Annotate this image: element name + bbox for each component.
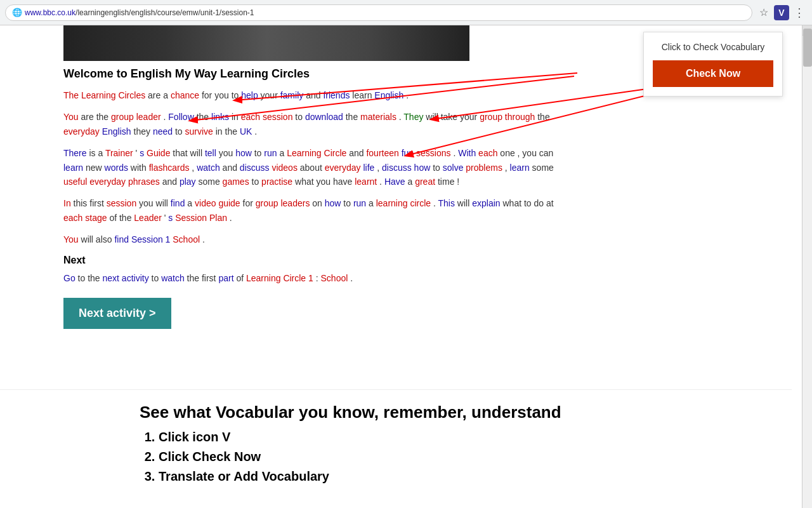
link-download[interactable]: download bbox=[305, 112, 343, 122]
link-this[interactable]: This bbox=[438, 198, 455, 208]
link-the[interactable]: The bbox=[63, 90, 79, 100]
link-stage[interactable]: stage bbox=[85, 213, 107, 223]
link-how-2[interactable]: how bbox=[414, 163, 431, 173]
link-english-2[interactable]: English bbox=[102, 126, 131, 137]
link-they[interactable]: They bbox=[403, 112, 423, 122]
v-extension-icon[interactable]: V bbox=[774, 5, 789, 20]
link-you[interactable]: You bbox=[63, 112, 79, 122]
url-bar[interactable]: 🌐 www.bbc.co.uk/learningenglish/english/… bbox=[5, 4, 752, 21]
link-tell[interactable]: tell bbox=[205, 148, 216, 158]
link-help[interactable]: help bbox=[241, 90, 258, 100]
link-everyday-2[interactable]: everyday bbox=[325, 163, 361, 173]
link-chance[interactable]: chance bbox=[171, 90, 199, 100]
link-how-3[interactable]: how bbox=[325, 198, 341, 208]
link-school-2[interactable]: School bbox=[321, 273, 348, 283]
link-trainer[interactable]: Trainer bbox=[105, 148, 133, 158]
next-activity-button[interactable]: Next activity > bbox=[63, 298, 171, 329]
link-you-2[interactable]: You bbox=[63, 234, 79, 244]
link-fun[interactable]: fun bbox=[402, 148, 414, 158]
link-session-3[interactable]: Session bbox=[131, 234, 163, 244]
link-useful[interactable]: useful bbox=[63, 177, 87, 187]
link-run-2[interactable]: run bbox=[353, 198, 366, 208]
link-learning-circle[interactable]: Learning bbox=[287, 148, 322, 158]
link-session-2[interactable]: session bbox=[107, 198, 136, 208]
link-through[interactable]: through bbox=[505, 112, 535, 122]
link-find[interactable]: find bbox=[171, 198, 185, 208]
link-learn[interactable]: learn bbox=[63, 163, 83, 173]
link-with[interactable]: With bbox=[458, 148, 476, 158]
link-learning-circles[interactable]: Learning Circles bbox=[81, 90, 145, 100]
link-group-2[interactable]: group bbox=[480, 112, 502, 122]
link-learning-3[interactable]: Learning bbox=[246, 273, 281, 283]
link-family[interactable]: family bbox=[280, 90, 304, 100]
link-plan[interactable]: Plan bbox=[209, 213, 227, 223]
menu-icon[interactable]: ⋮ bbox=[792, 5, 807, 20]
link-there[interactable]: There bbox=[63, 148, 87, 158]
link-guide[interactable]: Guide bbox=[147, 148, 170, 158]
link-videos[interactable]: videos bbox=[272, 163, 297, 173]
link-go[interactable]: Go bbox=[63, 273, 75, 283]
link-links[interactable]: links bbox=[211, 112, 229, 122]
link-school-1[interactable]: School bbox=[173, 234, 200, 244]
link-each[interactable]: each bbox=[241, 112, 260, 122]
link-group-3[interactable]: group bbox=[256, 198, 278, 208]
link-english-1[interactable]: English bbox=[374, 90, 403, 100]
link-leaders[interactable]: leaders bbox=[280, 198, 310, 208]
link-materials[interactable]: materials bbox=[360, 112, 396, 122]
link-circle[interactable]: Circle bbox=[324, 148, 347, 158]
link-activity[interactable]: activity bbox=[122, 273, 149, 283]
link-explain[interactable]: explain bbox=[472, 198, 500, 208]
link-circle-2[interactable]: circle bbox=[410, 198, 431, 208]
link-learn-2[interactable]: learn bbox=[510, 163, 530, 173]
link-guide-2[interactable]: guide bbox=[218, 198, 240, 208]
link-s-2[interactable]: s bbox=[168, 213, 173, 223]
link-watch[interactable]: watch bbox=[197, 163, 220, 173]
link-practise[interactable]: practise bbox=[261, 177, 292, 187]
link-1[interactable]: 1 bbox=[166, 234, 171, 244]
link-follow[interactable]: Follow bbox=[168, 112, 193, 122]
link-session[interactable]: session bbox=[263, 112, 292, 122]
link-video[interactable]: video bbox=[195, 198, 216, 208]
link-s[interactable]: s bbox=[140, 148, 144, 158]
scrollbar[interactable]: ▲ bbox=[802, 25, 812, 508]
link-friends[interactable]: friends bbox=[323, 90, 350, 100]
link-fourteen[interactable]: fourteen bbox=[366, 148, 398, 158]
bookmark-icon[interactable]: ☆ bbox=[756, 5, 771, 20]
link-find-2[interactable]: find bbox=[114, 234, 129, 244]
link-flashcards[interactable]: flashcards bbox=[149, 163, 190, 173]
link-in[interactable]: In bbox=[63, 198, 71, 208]
link-leader[interactable]: Leader bbox=[134, 213, 162, 223]
link-games[interactable]: games bbox=[223, 177, 249, 187]
link-each-3[interactable]: each bbox=[63, 213, 82, 223]
link-learning-2[interactable]: learning bbox=[376, 198, 408, 208]
link-session-plan[interactable]: Session bbox=[175, 213, 207, 223]
link-each-2[interactable]: each bbox=[478, 148, 497, 158]
check-now-button[interactable]: Check Now bbox=[653, 60, 773, 87]
scrollbar-thumb[interactable] bbox=[803, 29, 812, 67]
link-group[interactable]: group bbox=[111, 112, 134, 122]
link-sessions[interactable]: sessions bbox=[416, 148, 450, 158]
link-run[interactable]: run bbox=[264, 148, 277, 158]
link-life[interactable]: life bbox=[363, 163, 374, 173]
link-watch-2[interactable]: watch bbox=[161, 273, 185, 283]
link-discuss[interactable]: discuss bbox=[240, 163, 270, 173]
link-solve[interactable]: solve bbox=[443, 163, 464, 173]
link-everyday[interactable]: everyday bbox=[63, 126, 100, 137]
link-need[interactable]: need bbox=[153, 126, 173, 137]
link-learnt[interactable]: learnt bbox=[355, 177, 377, 187]
link-survive[interactable]: survive bbox=[185, 126, 213, 137]
link-words[interactable]: words bbox=[105, 163, 128, 173]
link-part[interactable]: part bbox=[218, 273, 233, 283]
link-circle-3[interactable]: Circle bbox=[283, 273, 306, 283]
link-how[interactable]: how bbox=[235, 148, 252, 158]
link-play[interactable]: play bbox=[180, 177, 196, 187]
link-great[interactable]: great bbox=[415, 177, 435, 187]
link-everyday-phrases[interactable]: everyday phrases bbox=[89, 177, 160, 187]
link-uk[interactable]: UK bbox=[240, 126, 252, 137]
link-discuss-2[interactable]: discuss bbox=[382, 163, 412, 173]
link-leader[interactable]: leader bbox=[136, 112, 161, 122]
link-next[interactable]: next bbox=[103, 273, 119, 283]
link-1-2[interactable]: 1 bbox=[308, 273, 313, 283]
link-have[interactable]: Have bbox=[384, 177, 405, 187]
link-problems[interactable]: problems bbox=[466, 163, 502, 173]
